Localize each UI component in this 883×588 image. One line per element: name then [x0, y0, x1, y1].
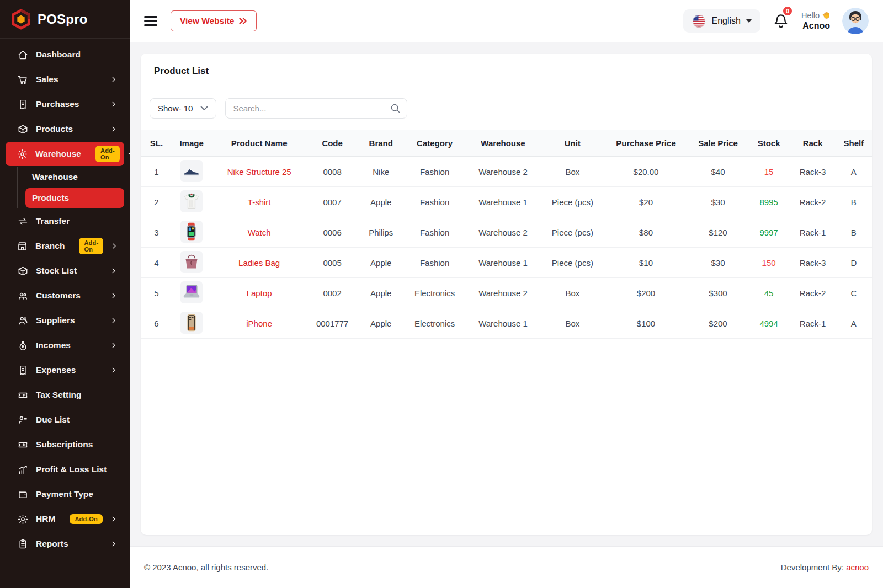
- cell-sl: 6: [141, 308, 172, 339]
- notifications-button[interactable]: 0: [773, 10, 789, 32]
- table-header-row: SL.ImageProduct NameCodeBrandCategoryWar…: [141, 130, 872, 157]
- sidebar-item-branch[interactable]: BranchAdd-On: [6, 234, 124, 258]
- username: Acnoo: [801, 20, 830, 31]
- double-chevron-right-icon: [238, 17, 247, 25]
- product-image-laptop: [180, 281, 203, 303]
- search-icon[interactable]: [390, 103, 401, 116]
- cell-purchase-price: $10: [604, 248, 689, 278]
- sidebar-item-label: Tax Setting: [36, 390, 81, 400]
- product-name-link[interactable]: T-shirt: [248, 197, 271, 207]
- table-row: 5Laptop0002AppleElectronicsWarehouse 2Bo…: [141, 278, 872, 308]
- users-icon: [17, 315, 29, 327]
- sidebar-item-payment-type[interactable]: Payment Type: [6, 482, 124, 506]
- cell-stock: 8995: [748, 187, 790, 217]
- product-image-iphone: [180, 312, 203, 334]
- cell-image: [172, 248, 211, 278]
- store-icon: [17, 240, 28, 252]
- column-header-category: Category: [405, 130, 465, 157]
- column-header-product-name: Product Name: [211, 130, 307, 157]
- sidebar-item-sales[interactable]: Sales: [6, 67, 124, 92]
- cell-sl: 2: [141, 187, 172, 217]
- column-header-image: Image: [172, 130, 211, 157]
- sidebar-item-incomes[interactable]: Incomes: [6, 333, 124, 357]
- sidebar-item-label: Reports: [36, 539, 68, 549]
- sidebar-item-warehouse[interactable]: WarehouseAdd-On: [6, 142, 124, 166]
- cell-sale-price: $40: [688, 157, 747, 187]
- product-name-link[interactable]: iPhone: [246, 319, 272, 328]
- menu-toggle-icon[interactable]: [144, 16, 157, 25]
- cell-shelf: C: [836, 278, 872, 308]
- product-name-link[interactable]: Ladies Bag: [238, 258, 280, 268]
- sidebar-item-label: Branch: [35, 241, 65, 251]
- cell-product-name: Watch: [211, 217, 307, 248]
- sidebar-item-profit-loss-list[interactable]: Profit & Loss List: [6, 457, 124, 482]
- column-header-code: Code: [307, 130, 357, 157]
- chevron-right-icon: [110, 515, 118, 523]
- show-entries-select[interactable]: Show- 10: [150, 98, 216, 119]
- sidebar-item-purchases[interactable]: Purchases: [6, 92, 124, 116]
- product-name-link[interactable]: Watch: [248, 228, 271, 237]
- dev-by-label: Development By:: [781, 563, 844, 572]
- sidebar-item-label: Payment Type: [36, 489, 93, 499]
- sidebar-item-stock-list[interactable]: Stock List: [6, 259, 124, 283]
- product-table: SL.ImageProduct NameCodeBrandCategoryWar…: [141, 130, 872, 339]
- column-header-brand: Brand: [357, 130, 405, 157]
- chevron-right-icon: [110, 242, 118, 250]
- cell-image: [172, 278, 211, 308]
- table-row: 2T-shirt0007AppleFashionWarehouse 1Piece…: [141, 187, 872, 217]
- cell-category: Fashion: [405, 187, 465, 217]
- cell-product-name: iPhone: [211, 308, 307, 339]
- sidebar-item-label: HRM: [36, 514, 55, 524]
- cell-sl: 3: [141, 217, 172, 248]
- cell-category: Fashion: [405, 217, 465, 248]
- addon-badge: Add-On: [95, 146, 120, 162]
- language-select[interactable]: English: [683, 9, 760, 33]
- cell-rack: Rack-3: [790, 157, 836, 187]
- sidebar-item-tax-setting[interactable]: Tax Setting: [6, 383, 124, 407]
- pospro-logo-icon: [10, 9, 32, 30]
- cell-sale-price: $120: [688, 217, 747, 248]
- dev-link[interactable]: acnoo: [846, 563, 869, 572]
- column-header-sl-: SL.: [141, 130, 172, 157]
- brand-logo[interactable]: POSpro: [0, 0, 130, 39]
- product-name-link[interactable]: Laptop: [247, 288, 272, 298]
- copyright-text: © 2023 Acnoo, all rights reserved.: [144, 563, 268, 572]
- product-name-link[interactable]: Nike Structure 25: [227, 167, 291, 177]
- cell-rack: Rack-1: [790, 217, 836, 248]
- cell-image: [172, 187, 211, 217]
- cell-brand: Philips: [357, 217, 405, 248]
- column-header-stock: Stock: [748, 130, 790, 157]
- sidebar-item-transfer[interactable]: Transfer: [6, 209, 124, 233]
- sidebar: POSpro DashboardSalesPurchasesProductsWa…: [0, 0, 130, 588]
- sidebar-item-label: Purchases: [36, 99, 79, 109]
- sidebar-submenu: WarehouseProducts: [17, 167, 130, 208]
- sidebar-item-dashboard[interactable]: Dashboard: [6, 42, 124, 67]
- cell-stock: 4994: [748, 308, 790, 339]
- chevron-right-icon: [110, 540, 118, 548]
- sidebar-item-customers[interactable]: Customers: [6, 284, 124, 308]
- chart-icon: [17, 464, 29, 475]
- sidebar-item-products[interactable]: Products: [6, 117, 124, 141]
- sidebar-subitem-products[interactable]: Products: [25, 188, 124, 208]
- sidebar-item-suppliers[interactable]: Suppliers: [6, 308, 124, 333]
- cell-stock: 15: [748, 157, 790, 187]
- page-title: Product List: [141, 54, 872, 87]
- cell-unit: Piece (pcs): [541, 187, 604, 217]
- clipboard-icon: [17, 538, 29, 550]
- sidebar-item-subscriptions[interactable]: Subscriptions: [6, 432, 124, 457]
- cell-brand: Apple: [357, 187, 405, 217]
- show-entries-label: Show- 10: [158, 104, 193, 113]
- sidebar-subitem-warehouse[interactable]: Warehouse: [25, 167, 124, 187]
- cell-rack: Rack-1: [790, 308, 836, 339]
- sidebar-item-hrm[interactable]: HRMAdd-On: [6, 507, 124, 531]
- cell-sale-price: $200: [688, 308, 747, 339]
- caret-down-icon: [746, 19, 752, 23]
- sidebar-item-due-list[interactable]: Due List: [6, 408, 124, 432]
- avatar[interactable]: [842, 8, 869, 34]
- sidebar-item-reports[interactable]: Reports: [6, 532, 124, 556]
- sidebar-item-expenses[interactable]: Expenses: [6, 358, 124, 382]
- ticket-icon: [17, 439, 29, 451]
- search-input[interactable]: [225, 98, 407, 119]
- chevron-right-icon: [110, 366, 118, 374]
- view-website-button[interactable]: View Website: [171, 10, 257, 31]
